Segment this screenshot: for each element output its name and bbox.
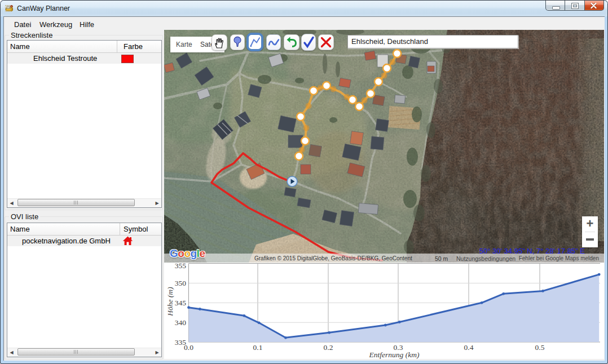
svg-text:340: 340 bbox=[175, 318, 187, 327]
svg-text:Höhe (m): Höhe (m) bbox=[166, 287, 174, 317]
svg-text:0.1: 0.1 bbox=[253, 343, 263, 352]
svg-text:350: 350 bbox=[175, 279, 187, 287]
svg-text:345: 345 bbox=[175, 299, 187, 307]
svg-text:0.2: 0.2 bbox=[324, 343, 333, 352]
svg-text:0.5: 0.5 bbox=[535, 343, 545, 352]
svg-text:0.0: 0.0 bbox=[184, 343, 193, 352]
svg-text:Entfernung (km): Entfernung (km) bbox=[369, 350, 420, 359]
svg-text:0.4: 0.4 bbox=[464, 343, 474, 352]
svg-text:355: 355 bbox=[175, 263, 187, 270]
